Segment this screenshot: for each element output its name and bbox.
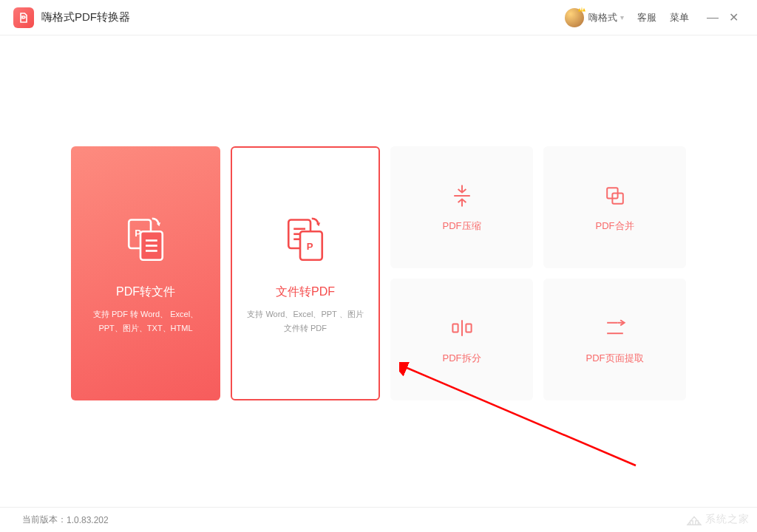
card-pdf-split-label: PDF拆分 <box>443 352 481 365</box>
svg-rect-18 <box>452 324 458 332</box>
card-file-to-pdf[interactable]: P 文件转PDF 支持 Word、Excel、PPT 、图片文件转 PDF <box>231 146 380 400</box>
watermark: 系统之家 <box>686 513 750 526</box>
titlebar: 嗨格式PDF转换器 嗨格式 ▾ 客服 菜单 — ✕ <box>0 0 757 35</box>
compress-icon <box>449 183 475 209</box>
version-value: 1.0.83.202 <box>67 515 109 525</box>
extract-icon <box>602 315 628 341</box>
card-pdf-compress[interactable]: PDF压缩 <box>390 146 533 268</box>
card-pdf-to-file-subtitle: 支持 PDF 转 Word、 Excel、PPT、图片、TXT、HTML <box>84 307 207 335</box>
footer: 当前版本： 1.0.83.202 <box>0 507 757 532</box>
card-pdf-compress-label: PDF压缩 <box>443 219 481 233</box>
main-content: P PDF转文件 支持 PDF 转 Word、 Excel、PPT、图片、TXT… <box>0 35 757 400</box>
card-file-to-pdf-title: 文件转PDF <box>276 284 335 300</box>
support-link[interactable]: 客服 <box>637 11 656 24</box>
app-title: 嗨格式PDF转换器 <box>41 10 130 24</box>
user-name[interactable]: 嗨格式 <box>588 11 617 24</box>
user-avatar[interactable] <box>565 8 584 27</box>
svg-text:P: P <box>307 241 313 252</box>
version-label: 当前版本： <box>22 514 67 526</box>
pdf-to-file-icon: P <box>120 212 172 264</box>
card-pdf-extract[interactable]: PDF页面提取 <box>543 279 686 400</box>
card-pdf-split[interactable]: PDF拆分 <box>390 279 533 400</box>
menu-link[interactable]: 菜单 <box>670 11 689 24</box>
file-to-pdf-icon: P <box>279 212 331 264</box>
close-button[interactable]: ✕ <box>723 7 744 28</box>
merge-icon <box>602 183 628 209</box>
card-pdf-merge[interactable]: PDF合并 <box>543 146 686 268</box>
card-pdf-merge-label: PDF合并 <box>596 219 634 233</box>
svg-rect-19 <box>466 324 471 332</box>
card-pdf-to-file-title: PDF转文件 <box>116 284 175 300</box>
right-grid: PDF压缩 PDF合并 PDF拆分 PDF页面提取 <box>390 146 686 400</box>
card-pdf-to-file[interactable]: P PDF转文件 支持 PDF 转 Word、 Excel、PPT、图片、TXT… <box>71 146 220 400</box>
minimize-button[interactable]: — <box>702 7 723 28</box>
card-pdf-extract-label: PDF页面提取 <box>586 352 644 365</box>
user-dropdown-chevron-icon[interactable]: ▾ <box>620 13 624 21</box>
app-logo-icon <box>13 7 34 28</box>
split-icon <box>449 315 475 341</box>
card-file-to-pdf-subtitle: 支持 Word、Excel、PPT 、图片文件转 PDF <box>245 307 365 335</box>
